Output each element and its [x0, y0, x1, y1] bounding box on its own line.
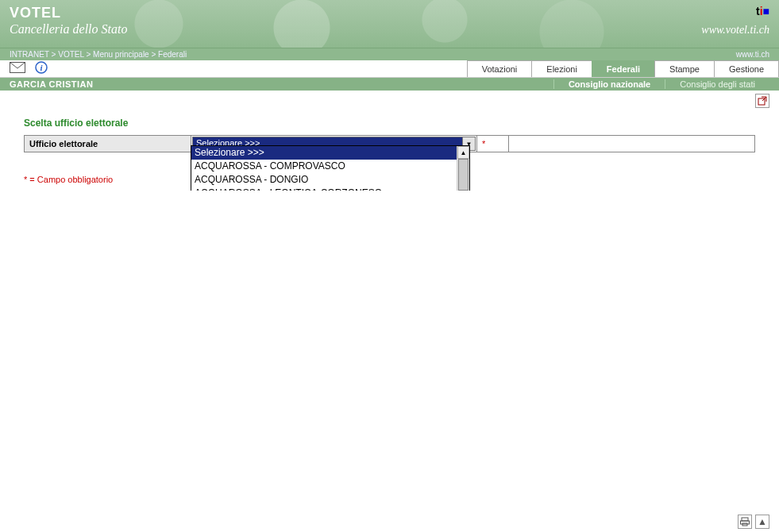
tab-elezioni[interactable]: Elezioni: [531, 60, 592, 77]
breadcrumb-link[interactable]: Menu principale: [93, 50, 149, 59]
breadcrumb: INTRANET > VOTEL > Menu principale > Fed…: [0, 48, 779, 60]
spacer-cell: [509, 136, 755, 152]
dropdown-option[interactable]: ACQUAROSSA - DONGIO: [191, 173, 457, 187]
ufficio-dropdown[interactable]: Selezionare >>>ACQUAROSSA - COMPROVASCOA…: [191, 145, 470, 191]
app-subtitle: Cancelleria dello Stato: [10, 22, 127, 37]
mail-icon[interactable]: [10, 62, 25, 75]
popout-icon[interactable]: [755, 94, 769, 108]
field-label: Ufficio elettorale: [25, 136, 191, 152]
subtab[interactable]: Consiglio degli stati: [665, 79, 769, 89]
app-url: www.votel.ti.ch: [701, 24, 769, 37]
tab-federali[interactable]: Federali: [592, 60, 655, 77]
tab-votazioni[interactable]: Votazioni: [467, 60, 533, 77]
app-title: VOTEL: [10, 5, 61, 21]
info-icon[interactable]: i: [35, 61, 48, 76]
scroll-track[interactable]: [457, 159, 469, 191]
dropdown-option[interactable]: ACQUAROSSA - COMPROVASCO: [191, 160, 457, 173]
breadcrumb-link[interactable]: INTRANET: [10, 50, 49, 59]
ti-logo: ti■: [756, 5, 769, 17]
tab-gestione[interactable]: Gestione: [714, 60, 779, 77]
breadcrumb-link[interactable]: Federali: [158, 50, 187, 59]
required-marker: *: [477, 136, 509, 152]
section-title: Scelta ufficio elettorale: [24, 118, 755, 129]
toolbar: i VotazioniElezioniFederaliStampeGestion…: [0, 60, 779, 78]
dropdown-option[interactable]: Selezionare >>>: [191, 146, 457, 160]
scroll-up-icon[interactable]: ▲: [457, 146, 469, 159]
dropdown-option[interactable]: ACQUAROSSA - LEONTICA-CORZONESO: [191, 187, 457, 191]
tab-stampe[interactable]: Stampe: [654, 60, 715, 77]
header-banner: VOTEL Cancelleria dello Stato ti■ www.vo…: [0, 0, 779, 48]
subtab[interactable]: Consiglio nazionale: [553, 79, 665, 89]
breadcrumb-link[interactable]: VOTEL: [58, 50, 83, 59]
sub-tabs: Consiglio nazionaleConsiglio degli stati: [553, 79, 769, 89]
main-tabs: VotazioniElezioniFederaliStampeGestione: [468, 60, 779, 77]
content-area: Scelta ufficio elettorale Ufficio eletto…: [0, 111, 779, 191]
scroll-thumb[interactable]: [458, 159, 469, 191]
current-user: GARCIA CRISTIAN: [10, 79, 93, 89]
external-url[interactable]: www.ti.ch: [736, 50, 769, 59]
user-bar: GARCIA CRISTIAN Consiglio nazionaleConsi…: [0, 78, 779, 91]
scrollbar[interactable]: ▲ ▼: [457, 146, 469, 191]
svg-text:i: i: [40, 63, 43, 72]
